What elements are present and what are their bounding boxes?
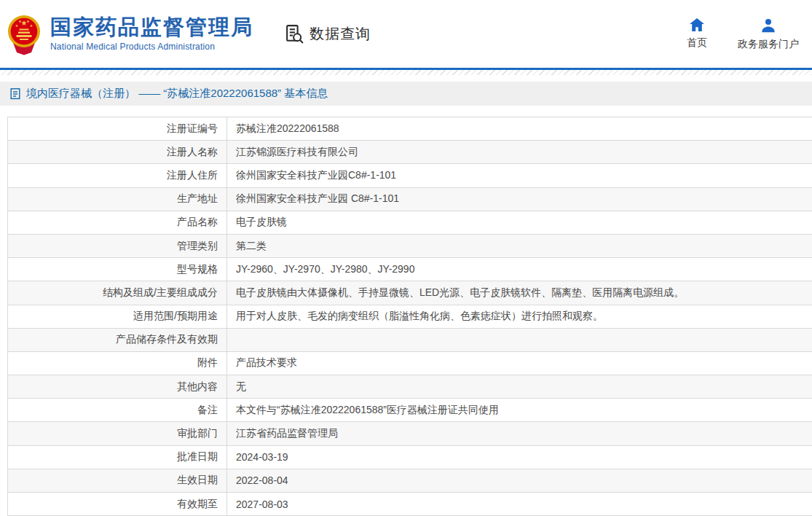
row-value: 2027-08-03: [226, 493, 812, 515]
nav-portal-label: 政务服务门户: [738, 38, 799, 51]
breadcrumb: 境内医疗器械（注册） —— “苏械注准20222061588” 基本信息: [0, 82, 812, 106]
nav-data-query-label: 数据查询: [310, 24, 371, 44]
nav-data-query[interactable]: 数据查询: [284, 23, 371, 44]
table-row: 审批部门江苏省药品监督管理局: [8, 422, 812, 445]
svg-text:★: ★: [18, 18, 22, 23]
row-value: 用于对人皮肤、毛发的病变组织（脂溢性角化病、色素痣症状）进行拍照和观察。: [226, 305, 812, 328]
table-row: 其他内容无: [8, 375, 812, 399]
table-row: 批准日期2024-03-19: [8, 446, 812, 469]
org-name-en: National Medical Products Administration: [50, 42, 253, 52]
table-row: 附件产品技术要求: [8, 352, 812, 375]
row-value: 2022-08-04: [226, 469, 812, 492]
org-name-cn: 国家药品监督管理局: [50, 16, 253, 38]
brand-text: 国家药品监督管理局 National Medical Products Admi…: [50, 16, 253, 51]
svg-text:★: ★: [30, 23, 33, 28]
table-row: 产品名称电子皮肤镜: [8, 211, 812, 235]
row-label: 型号规格: [8, 258, 226, 281]
row-label: 批准日期: [8, 446, 226, 469]
nav-portal[interactable]: 政务服务门户: [738, 17, 799, 51]
row-label: 注册证编号: [8, 117, 226, 140]
row-value: 徐州国家安全科技产业园C8#-1-101: [226, 164, 812, 187]
nav-home[interactable]: 首页: [687, 17, 707, 51]
table-row: 备注本文件与“苏械注准20222061588”医疗器械注册证共同使用: [8, 399, 812, 422]
row-label: 适用范围/预期用途: [8, 305, 226, 328]
person-icon: [760, 17, 776, 34]
breadcrumb-text: 境内医疗器械（注册） —— “苏械注准20222061588” 基本信息: [26, 87, 328, 101]
row-value: JY-2960、JY-2970、JY-2980、JY-2990: [226, 258, 812, 281]
row-value: [226, 329, 812, 351]
row-label: 生效日期: [8, 469, 226, 492]
row-value: 江苏省药品监督管理局: [226, 422, 812, 445]
table-row: 生产地址徐州国家安全科技产业园 C8#-1-101: [8, 188, 812, 211]
row-value: 产品技术要求: [226, 352, 812, 375]
row-label: 注册人住所: [8, 164, 226, 187]
row-value: 江苏锦源医疗科技有限公司: [226, 141, 812, 163]
row-label: 备注: [8, 399, 226, 421]
row-label: 管理类别: [8, 235, 226, 257]
brand-logo-block[interactable]: ★ ★ ★ ★ ★ 国家药品监督管理局 National Medical Pro…: [7, 13, 253, 55]
registration-table: 注册证编号苏械注准20222061588注册人名称江苏锦源医疗科技有限公司注册人…: [7, 117, 812, 516]
table-row: 产品储存条件及有效期: [8, 329, 812, 352]
row-value: 苏械注准20222061588: [226, 117, 812, 140]
table-row: 型号规格JY-2960、JY-2970、JY-2980、JY-2990: [8, 258, 812, 281]
svg-text:★: ★: [15, 23, 19, 28]
row-label: 产品名称: [8, 211, 226, 234]
row-label: 附件: [8, 352, 226, 375]
table-row: 注册人名称江苏锦源医疗科技有限公司: [8, 141, 812, 164]
document-search-icon: [284, 23, 305, 44]
nav-home-label: 首页: [687, 36, 707, 50]
row-label: 其他内容: [8, 375, 226, 398]
header-right-nav: 首页 政务服务门户: [687, 17, 799, 51]
svg-text:★: ★: [26, 18, 30, 23]
national-emblem-logo: ★ ★ ★ ★ ★: [7, 13, 41, 55]
table-row: 注册人住所徐州国家安全科技产业园C8#-1-101: [8, 164, 812, 187]
row-label: 产品储存条件及有效期: [8, 329, 226, 351]
document-icon: [9, 87, 21, 100]
table-row: 生效日期2022-08-04: [8, 469, 812, 493]
site-header: ★ ★ ★ ★ ★ 国家药品监督管理局 National Medical Pro…: [0, 0, 812, 68]
row-label: 审批部门: [8, 422, 226, 445]
row-value: 2024-03-19: [226, 446, 812, 469]
table-row: 有效期至2027-08-03: [8, 493, 812, 516]
row-value: 第二类: [226, 235, 812, 257]
header-hatch-texture: [0, 70, 812, 75]
row-label: 结构及组成/主要组成成分: [8, 281, 226, 304]
table-row: 注册证编号苏械注准20222061588: [8, 117, 812, 141]
row-label: 注册人名称: [8, 141, 226, 163]
row-value: 电子皮肤镜: [226, 211, 812, 234]
row-value: 徐州国家安全科技产业园 C8#-1-101: [226, 188, 812, 211]
table-row: 结构及组成/主要组成成分电子皮肤镜由大体摄像机、手持显微镜、LED光源、电子皮肤…: [8, 281, 812, 305]
table-row: 管理类别第二类: [8, 235, 812, 258]
home-icon: [689, 17, 705, 32]
row-value: 电子皮肤镜由大体摄像机、手持显微镜、LED光源、电子皮肤镜软件、隔离垫、医用隔离…: [226, 281, 812, 304]
table-row: 适用范围/预期用途用于对人皮肤、毛发的病变组织（脂溢性角化病、色素痣症状）进行拍…: [8, 305, 812, 329]
row-value: 无: [226, 375, 812, 398]
row-value: 本文件与“苏械注准20222061588”医疗器械注册证共同使用: [226, 399, 812, 421]
row-label: 生产地址: [8, 188, 226, 211]
row-label: 有效期至: [8, 493, 226, 515]
